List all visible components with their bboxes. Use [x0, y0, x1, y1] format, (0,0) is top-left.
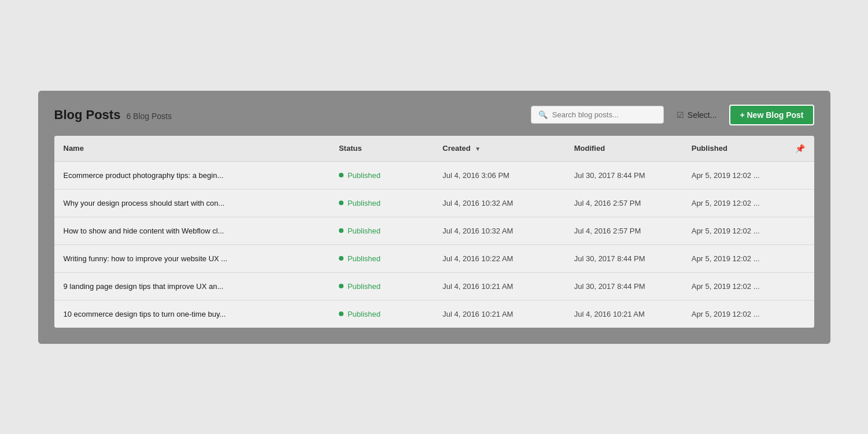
blog-posts-table: Name Status Created ▼ Modified [54, 136, 814, 328]
col-header-modified: Modified [565, 136, 682, 162]
search-box[interactable]: 🔍 [531, 106, 664, 124]
status-dot [339, 228, 343, 233]
search-input[interactable] [552, 110, 656, 119]
cell-status: Published [330, 161, 433, 189]
cell-published: Apr 5, 2019 12:02 ... [682, 272, 786, 300]
table-body: Ecommerce product photography tips: a be… [54, 161, 814, 328]
cell-published: Apr 5, 2019 12:02 ... [682, 244, 786, 272]
cell-name: Ecommerce product photography tips: a be… [54, 161, 330, 189]
cell-name: Why your design process should start wit… [54, 189, 330, 217]
status-label: Published [348, 310, 381, 318]
status-label: Published [348, 282, 381, 291]
cell-modified: Jul 30, 2017 8:44 PM [565, 161, 682, 189]
sort-icon: ▼ [475, 146, 481, 152]
new-blog-post-button[interactable]: + New Blog Post [729, 105, 814, 125]
cell-status: Published [330, 300, 433, 328]
cell-status: Published [330, 189, 433, 217]
cell-modified: Jul 30, 2017 8:44 PM [565, 272, 682, 300]
cell-published: Apr 5, 2019 12:02 ... [682, 217, 786, 244]
col-header-name: Name [54, 136, 330, 162]
status-label: Published [348, 227, 381, 235]
cell-modified: Jul 4, 2016 2:57 PM [565, 189, 682, 217]
table-row[interactable]: Why your design process should start wit… [54, 189, 814, 217]
blog-posts-panel: Blog Posts 6 Blog Posts 🔍 ☑ Select... + … [38, 91, 830, 344]
cell-name: 9 landing page design tips that improve … [54, 272, 330, 300]
pin-icon: 📌 [795, 144, 805, 153]
cell-actions [786, 244, 814, 272]
select-label: Select... [688, 110, 717, 120]
col-header-status: Status [330, 136, 433, 162]
status-dot [339, 256, 343, 261]
cell-name: 10 ecommerce design tips to turn one-tim… [54, 300, 330, 328]
cell-published: Apr 5, 2019 12:02 ... [682, 300, 786, 328]
cell-published: Apr 5, 2019 12:02 ... [682, 161, 786, 189]
header-actions: 🔍 ☑ Select... + New Blog Post [531, 105, 814, 125]
status-dot [339, 173, 343, 177]
status-dot [339, 201, 343, 205]
cell-status: Published [330, 244, 433, 272]
cell-modified: Jul 4, 2016 10:21 AM [565, 300, 682, 328]
cell-modified: Jul 4, 2016 2:57 PM [565, 217, 682, 244]
cell-actions [786, 300, 814, 328]
cell-created: Jul 4, 2016 10:32 AM [433, 217, 564, 244]
cell-status: Published [330, 217, 433, 244]
cell-published: Apr 5, 2019 12:02 ... [682, 189, 786, 217]
table-wrapper: Name Status Created ▼ Modified [38, 136, 830, 344]
status-label: Published [348, 171, 381, 180]
header-title-area: Blog Posts 6 Blog Posts [54, 107, 172, 123]
cell-created: Jul 4, 2016 10:22 AM [433, 244, 564, 272]
new-post-label: + New Blog Post [740, 110, 803, 120]
cell-name: How to show and hide content with Webflo… [54, 217, 330, 244]
cell-created: Jul 4, 2016 10:21 AM [433, 300, 564, 328]
table-header-row: Name Status Created ▼ Modified [54, 136, 814, 162]
table-container: Name Status Created ▼ Modified [54, 136, 814, 328]
table-row[interactable]: How to show and hide content with Webflo… [54, 217, 814, 244]
select-button[interactable]: ☑ Select... [671, 106, 723, 124]
table-row[interactable]: Ecommerce product photography tips: a be… [54, 161, 814, 189]
table-row[interactable]: 9 landing page design tips that improve … [54, 272, 814, 300]
cell-created: Jul 4, 2016 3:06 PM [433, 161, 564, 189]
page-title: Blog Posts [54, 107, 121, 123]
cell-actions [786, 161, 814, 189]
cell-created: Jul 4, 2016 10:32 AM [433, 189, 564, 217]
search-icon: 🔍 [538, 110, 548, 119]
panel-header: Blog Posts 6 Blog Posts 🔍 ☑ Select... + … [38, 91, 830, 136]
cell-modified: Jul 30, 2017 8:44 PM [565, 244, 682, 272]
post-count: 6 Blog Posts [126, 112, 172, 121]
col-header-actions: 📌 [786, 136, 814, 162]
status-label: Published [348, 199, 381, 207]
cell-name: Writing funny: how to improve your websi… [54, 244, 330, 272]
cell-actions [786, 189, 814, 217]
cell-created: Jul 4, 2016 10:21 AM [433, 272, 564, 300]
col-header-published: Published [682, 136, 786, 162]
status-label: Published [348, 254, 381, 263]
col-header-created[interactable]: Created ▼ [433, 136, 564, 162]
status-dot [339, 284, 343, 288]
checkbox-icon: ☑ [677, 110, 684, 120]
cell-actions [786, 272, 814, 300]
cell-actions [786, 217, 814, 244]
status-dot [339, 311, 343, 316]
table-row[interactable]: 10 ecommerce design tips to turn one-tim… [54, 300, 814, 328]
table-row[interactable]: Writing funny: how to improve your websi… [54, 244, 814, 272]
cell-status: Published [330, 272, 433, 300]
